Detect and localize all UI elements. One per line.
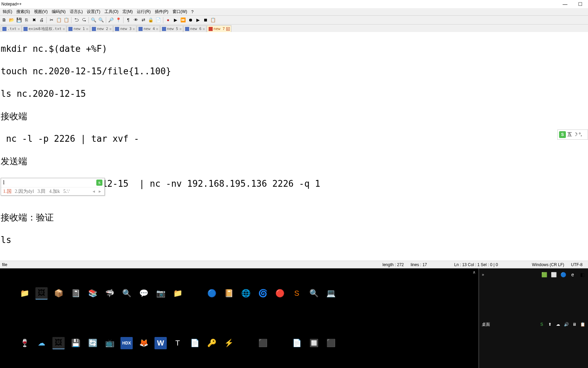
play-icon[interactable]: ▶: [172, 17, 179, 24]
rec2-icon[interactable]: ⏺: [187, 17, 194, 24]
tab-file-6[interactable]: new 5⊠: [160, 25, 183, 32]
bookmark-icon[interactable]: 📍: [115, 17, 122, 24]
taskbar-app-icon[interactable]: 💬: [137, 287, 150, 300]
zoom-icon[interactable]: 🔎: [108, 17, 114, 24]
close-icon[interactable]: ⊠: [156, 27, 158, 31]
ime-candidate-2[interactable]: 2.因为dyl: [15, 188, 34, 195]
taskbar-app-icon[interactable]: 🌐: [240, 287, 252, 300]
taskbar-app-icon[interactable]: 📚: [86, 287, 99, 300]
taskbar-app-icon[interactable]: 🔑: [206, 337, 218, 349]
close-icon[interactable]: ⊠: [86, 27, 88, 31]
maximize-button[interactable]: ☐: [573, 0, 588, 8]
ime-nav-arrows[interactable]: ◂ ▸: [93, 188, 103, 194]
misc-icon[interactable]: 📋: [210, 17, 216, 24]
find-icon[interactable]: 🔍: [90, 17, 97, 24]
tab-file-3[interactable]: new 2⊠: [90, 25, 113, 32]
save-all-icon[interactable]: ⎘: [23, 17, 30, 24]
taskbar-app-icon[interactable]: ⬛: [257, 337, 269, 349]
menu-window[interactable]: 窗口(W): [170, 8, 189, 15]
tab-file-2[interactable]: new 1⊠: [67, 25, 90, 32]
taskbar-app-icon[interactable]: 🔍: [308, 287, 320, 300]
menu-encoding[interactable]: 编码(N): [50, 8, 68, 15]
play2-icon[interactable]: ▶: [195, 17, 201, 24]
taskbar-app-icon[interactable]: T: [172, 337, 184, 349]
taskbar-app-icon[interactable]: 📄: [189, 337, 201, 349]
taskbar-app-icon[interactable]: 📺: [103, 337, 116, 349]
tray-icon[interactable]: 📋: [580, 322, 585, 327]
menu-settings[interactable]: 设置(T): [85, 8, 102, 15]
text-editor[interactable]: mkdir nc.$(date +%F) touch nc.2020-12-15…: [0, 32, 588, 255]
menu-run[interactable]: 运行(R): [135, 8, 153, 15]
tab-file-7[interactable]: new 6⊠: [183, 25, 207, 32]
tray-icon[interactable]: S: [539, 322, 544, 327]
menu-help[interactable]: ?: [189, 9, 196, 15]
show-symbols-icon[interactable]: ¶: [125, 17, 132, 24]
close-icon[interactable]: ⊠: [203, 27, 205, 31]
undo-icon[interactable]: ⮌: [73, 17, 80, 24]
taskbar-app-icon[interactable]: 🦈: [103, 287, 116, 300]
taskbar-app-icon[interactable]: 💾: [69, 337, 82, 349]
tray-icon[interactable]: ☁: [555, 322, 561, 327]
taskbar-app-icon[interactable]: 🔵: [206, 287, 218, 300]
taskbar-app-icon[interactable]: ▦: [274, 337, 286, 349]
ime-candidate-3[interactable]: 3.田: [37, 188, 46, 195]
taskbar-app-icon[interactable]: ⊞: [1, 287, 14, 300]
copy-icon[interactable]: 📋: [55, 17, 62, 24]
taskbar-app-icon[interactable]: 🖥: [342, 287, 354, 300]
taskbar-app-icon[interactable]: ⬛: [325, 337, 337, 349]
menu-plugins[interactable]: 插件(P): [153, 8, 170, 15]
tab-file-8[interactable]: new 7⊠: [207, 25, 231, 32]
taskbar-app-icon[interactable]: 🖼: [35, 287, 48, 300]
taskbar-app-icon[interactable]: 🔍: [120, 287, 133, 300]
menu-macro[interactable]: 宏(M): [120, 8, 135, 15]
taskbar-app-icon[interactable]: 🌀: [257, 287, 269, 300]
ime-indicator[interactable]: S 五 ☽ °,: [557, 129, 588, 140]
close-icon[interactable]: ⊠: [133, 27, 135, 31]
taskbar-app-icon[interactable]: 📷: [154, 287, 167, 300]
print-icon[interactable]: 🖨: [38, 17, 45, 24]
tab-file-1[interactable]: exim本地提权.txt⊠: [22, 25, 66, 32]
taskbar-app-icon[interactable]: 🗒: [189, 287, 201, 300]
tray-icon[interactable]: ◧: [579, 272, 585, 278]
taskbar-app-icon[interactable]: 📁: [18, 287, 31, 300]
paste-icon[interactable]: 📋: [63, 17, 70, 24]
tray-icon[interactable]: 🔵: [560, 272, 566, 278]
lock-icon[interactable]: 🔒: [147, 17, 154, 24]
close-icon[interactable]: ⊠: [18, 27, 20, 31]
tab-file-0[interactable]: .txt⊠: [1, 25, 21, 32]
open-file-icon[interactable]: 📂: [8, 17, 15, 24]
tray-icon[interactable]: 🟩: [541, 272, 547, 278]
taskbar-app-icon[interactable]: 💻: [325, 287, 337, 300]
tray-icon[interactable]: ⬜: [551, 272, 557, 278]
stop-icon[interactable]: ⏹: [202, 17, 209, 24]
taskbar-app-icon[interactable]: 🍷: [18, 337, 31, 349]
replace-icon[interactable]: 🔍: [98, 17, 104, 24]
taskbar-app-icon[interactable]: W: [154, 337, 167, 349]
taskbar-app-icon[interactable]: 🔲: [308, 337, 320, 349]
tray-icon[interactable]: 🖥: [572, 322, 577, 327]
taskbar-app-icon[interactable]: 🔄: [86, 337, 99, 349]
close-icon[interactable]: ⊠: [226, 27, 230, 31]
taskbar-app-icon[interactable]: 🖼: [52, 337, 65, 349]
tray-icon[interactable]: e: [570, 272, 576, 278]
cut-icon[interactable]: ✂: [48, 17, 55, 24]
menu-tools[interactable]: 工具(O): [102, 8, 120, 15]
tab-file-5[interactable]: new 4⊠: [137, 25, 160, 32]
taskbar-app-icon[interactable]: 📓: [69, 287, 82, 300]
taskbar-app-icon[interactable]: S: [291, 287, 303, 300]
ffwd-icon[interactable]: ⏩: [180, 17, 186, 24]
minimize-button[interactable]: —: [557, 0, 573, 8]
redo-icon[interactable]: ⮎: [80, 17, 87, 24]
ime-candidate-5[interactable]: 5.∵: [63, 188, 70, 194]
ime-candidate-4[interactable]: 4.加k: [49, 188, 60, 195]
taskbar-app-icon[interactable]: 📦: [52, 287, 65, 300]
taskbar-app-icon[interactable]: 🔴: [274, 287, 286, 300]
taskbar-app-icon[interactable]: ⚙: [240, 337, 252, 349]
tray-overflow-icon[interactable]: »: [482, 272, 484, 277]
tab-file-4[interactable]: new 3⊠: [113, 25, 136, 32]
record-icon[interactable]: ●: [165, 17, 172, 24]
desktop-label[interactable]: 桌面: [482, 322, 490, 327]
close-icon[interactable]: ⊠: [63, 27, 65, 31]
menu-edit[interactable]: 辑(E): [1, 8, 14, 15]
close-icon[interactable]: ⊠: [110, 27, 111, 31]
